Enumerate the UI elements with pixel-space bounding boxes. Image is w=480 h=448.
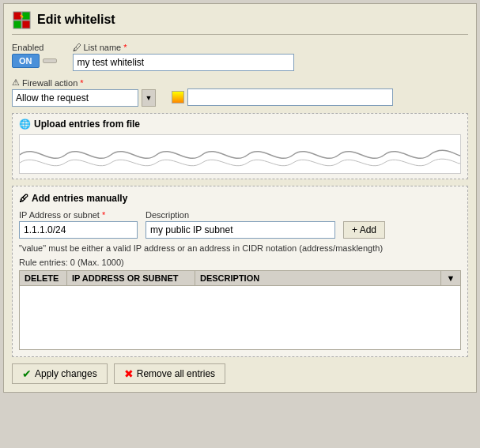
add-button[interactable]: + Add [343, 221, 385, 239]
list-name-input[interactable] [73, 54, 294, 71]
list-name-label: 🖊 List name * [73, 43, 469, 52]
manual-section-title: 🖊 Add entries manually [19, 193, 461, 204]
list-name-group: 🖊 List name * [73, 43, 469, 71]
svg-rect-2 [13, 21, 21, 28]
col-ip: IP ADDRESS OR SUBNET [67, 271, 195, 285]
firewall-select-container: Allow the request Block the request Log … [12, 89, 156, 107]
col-action[interactable]: ▼ [441, 271, 460, 285]
footer-buttons: ✔ Apply changes ✖ Remove all entries [12, 363, 468, 384]
svg-rect-0 [13, 12, 21, 20]
manual-section: 🖊 Add entries manually IP Address or sub… [12, 186, 468, 357]
main-container: Edit whitelist Enabled ON 🖊 List name * … [3, 3, 477, 393]
rule-count: Rule entries: 0 (Max. 1000) [19, 258, 461, 267]
firewall-action-group: ⚠ Firewall action * Allow the request Bl… [12, 77, 156, 107]
firewall-dropdown-arrow[interactable]: ▼ [142, 89, 156, 107]
upload-wavy-svg [20, 135, 460, 174]
col-desc: DESCRIPTION [195, 271, 441, 285]
color-field-group [172, 88, 393, 106]
svg-rect-1 [22, 12, 30, 20]
apply-changes-button[interactable]: ✔ Apply changes [12, 363, 108, 384]
upload-section-title: 🌐 Upload entries from file [19, 119, 461, 130]
color-indicator [172, 91, 184, 104]
desc-input[interactable] [146, 221, 335, 239]
firewall-action-select[interactable]: Allow the request Block the request Log … [12, 89, 138, 107]
ip-field-group: IP Address or subnet * [19, 210, 138, 239]
upload-area[interactable] [19, 134, 461, 174]
svg-rect-3 [22, 21, 30, 28]
enabled-group: Enabled ON [12, 43, 57, 68]
title-text: Edit whitelist [37, 13, 115, 27]
table-body [20, 286, 460, 349]
toggle-on-button[interactable]: ON [12, 54, 40, 68]
page-title: Edit whitelist [12, 10, 468, 35]
toggle-container: ON [12, 54, 57, 68]
top-fields-row: Enabled ON 🖊 List name * [12, 43, 468, 71]
firewall-row: ⚠ Firewall action * Allow the request Bl… [12, 77, 468, 107]
desc-label: Description [146, 210, 335, 220]
entries-table: DELETE IP ADDRESS OR SUBNET DESCRIPTION … [19, 270, 461, 350]
desc-field-group: Description [146, 210, 335, 239]
firewall-action-label: ⚠ Firewall action * [12, 77, 156, 88]
edit-whitelist-icon [12, 10, 31, 29]
enabled-label: Enabled [12, 43, 57, 52]
validation-note: "value" must be either a valid IP addres… [19, 243, 461, 253]
upload-section: 🌐 Upload entries from file [12, 113, 468, 179]
toggle-off-button[interactable] [43, 58, 57, 63]
col-delete: DELETE [20, 271, 67, 285]
table-header: DELETE IP ADDRESS OR SUBNET DESCRIPTION … [20, 271, 460, 286]
check-icon: ✔ [22, 367, 32, 380]
entries-row: IP Address or subnet * Description + Add [19, 210, 461, 239]
ip-input[interactable] [19, 221, 138, 239]
color-input[interactable] [187, 88, 393, 106]
ip-label: IP Address or subnet * [19, 210, 138, 220]
remove-all-button[interactable]: ✖ Remove all entries [114, 363, 225, 384]
x-icon: ✖ [124, 367, 134, 380]
